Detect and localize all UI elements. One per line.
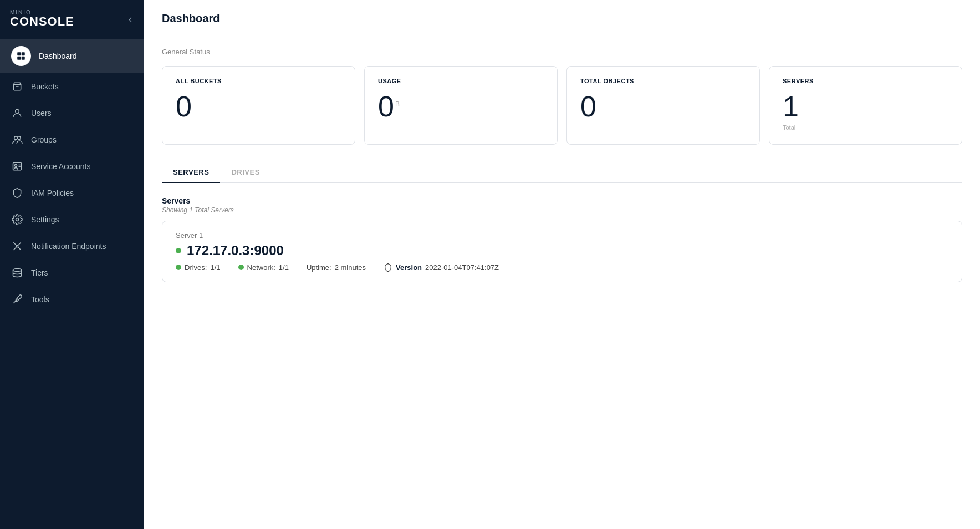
sidebar-item-tools[interactable]: Tools — [0, 286, 144, 313]
logo: MINIO CONSOLE — [10, 10, 74, 28]
drives-status-dot — [176, 264, 181, 270]
server-version: Version 2022-01-04T07:41:07Z — [384, 263, 499, 272]
server-uptime: Uptime: 2 minutes — [307, 263, 366, 272]
stat-unit-usage: B — [395, 100, 400, 108]
svg-rect-1 — [22, 52, 25, 55]
svg-point-14 — [13, 269, 22, 272]
buckets-icon — [11, 80, 23, 93]
sidebar-item-notification-endpoints[interactable]: Notification Endpoints — [0, 233, 144, 260]
stat-label-servers: SERVERS — [783, 78, 948, 84]
server-network-label: Network: — [247, 263, 275, 272]
server-version-value: 2022-01-04T07:41:07Z — [425, 263, 499, 272]
settings-icon — [11, 213, 23, 226]
tiers-icon — [11, 267, 23, 279]
sidebar-item-label: Users — [31, 109, 52, 118]
svg-rect-0 — [17, 52, 21, 55]
server-address-value: 172.17.0.3:9000 — [187, 243, 284, 258]
stat-label-all-buckets: ALL BUCKETS — [176, 78, 341, 84]
dashboard-icon — [11, 46, 31, 66]
svg-point-9 — [14, 164, 17, 166]
sidebar-item-label: Dashboard — [39, 52, 77, 60]
sidebar-item-label: Service Accounts — [31, 162, 90, 171]
nav-items: Dashboard Buckets Users — [0, 34, 144, 529]
sidebar-item-buckets[interactable]: Buckets — [0, 73, 144, 100]
servers-header: Servers Showing 1 Total Servers — [162, 196, 962, 214]
server-card: Server 1 172.17.0.3:9000 Drives: 1/1 Net… — [162, 221, 962, 282]
servers-subtitle: Showing 1 Total Servers — [162, 206, 962, 214]
stats-grid: ALL BUCKETS 0 USAGE 0B TOTAL OBJECTS 0 — [162, 66, 962, 145]
version-icon — [384, 263, 392, 272]
server-name: Server 1 — [176, 231, 948, 240]
logo-console: CONSOLE — [10, 16, 74, 28]
chevron-left-icon: ‹ — [129, 13, 132, 24]
server-network-value: 1/1 — [279, 263, 289, 272]
stat-value-usage: 0B — [378, 92, 544, 121]
sidebar-item-tiers[interactable]: Tiers — [0, 260, 144, 286]
sidebar-item-groups[interactable]: Groups — [0, 126, 144, 153]
tools-icon — [11, 293, 23, 306]
sidebar-item-settings[interactable]: Settings — [0, 206, 144, 233]
sidebar-toggle-button[interactable]: ‹ — [126, 11, 134, 27]
stat-card-servers: SERVERS 1 Total — [769, 66, 962, 145]
users-icon — [11, 107, 23, 119]
svg-point-12 — [16, 218, 19, 221]
stat-card-usage: USAGE 0B — [364, 66, 558, 145]
general-status-label: General Status — [162, 48, 962, 56]
sidebar-item-users[interactable]: Users — [0, 100, 144, 126]
sidebar-item-service-accounts[interactable]: Service Accounts — [0, 153, 144, 180]
page-header: Dashboard — [144, 0, 980, 34]
general-status-section: General Status ALL BUCKETS 0 USAGE 0B TO… — [162, 48, 962, 145]
server-network: Network: 1/1 — [238, 263, 289, 272]
servers-drives-tabs: SERVERS DRIVES — [162, 162, 962, 183]
svg-point-6 — [14, 136, 18, 140]
sidebar: MINIO CONSOLE ‹ Dashboard — [0, 0, 144, 529]
sidebar-item-label: Tiers — [31, 268, 48, 277]
svg-point-5 — [16, 109, 19, 113]
main-content: Dashboard General Status ALL BUCKETS 0 U… — [144, 0, 980, 529]
server-status-dot — [176, 248, 181, 253]
stat-label-usage: USAGE — [378, 78, 544, 84]
server-uptime-label: Uptime: — [307, 263, 331, 272]
svg-point-7 — [17, 136, 21, 140]
groups-icon — [11, 134, 23, 146]
server-meta: Drives: 1/1 Network: 1/1 Uptime: 2 minut… — [176, 263, 948, 272]
sidebar-item-label: Notification Endpoints — [31, 242, 106, 251]
stat-value-all-buckets: 0 — [176, 92, 341, 121]
sidebar-item-dashboard[interactable]: Dashboard — [0, 39, 144, 73]
notification-endpoints-icon — [11, 240, 23, 252]
stat-card-all-buckets: ALL BUCKETS 0 — [162, 66, 355, 145]
server-drives-label: Drives: — [185, 263, 207, 272]
stat-value-total-objects: 0 — [580, 92, 746, 121]
server-version-label: Version — [396, 263, 422, 272]
sidebar-header: MINIO CONSOLE ‹ — [0, 0, 144, 34]
svg-rect-3 — [22, 57, 25, 60]
sidebar-item-label: Tools — [31, 295, 49, 304]
server-drives-value: 1/1 — [210, 263, 220, 272]
server-address: 172.17.0.3:9000 — [176, 243, 948, 258]
sidebar-item-label: Groups — [31, 135, 57, 144]
stat-sub-servers: Total — [783, 124, 948, 131]
tab-drives[interactable]: DRIVES — [220, 162, 270, 183]
stat-value-servers: 1 — [783, 92, 948, 121]
server-uptime-value: 2 minutes — [335, 263, 366, 272]
sidebar-item-iam-policies[interactable]: IAM Policies — [0, 180, 144, 206]
page-title: Dashboard — [162, 12, 962, 25]
tab-servers[interactable]: SERVERS — [162, 162, 220, 183]
service-accounts-icon — [11, 160, 23, 172]
stat-label-total-objects: TOTAL OBJECTS — [580, 78, 746, 84]
stat-card-total-objects: TOTAL OBJECTS 0 — [566, 66, 760, 145]
svg-point-13 — [16, 245, 18, 247]
server-drives: Drives: 1/1 — [176, 263, 221, 272]
servers-section: Servers Showing 1 Total Servers Server 1… — [162, 196, 962, 282]
sidebar-item-label: IAM Policies — [31, 189, 74, 197]
network-status-dot — [238, 264, 244, 270]
svg-rect-2 — [17, 57, 21, 60]
iam-policies-icon — [11, 187, 23, 199]
content-area: General Status ALL BUCKETS 0 USAGE 0B TO… — [144, 34, 980, 296]
sidebar-item-label: Buckets — [31, 82, 59, 91]
servers-title: Servers — [162, 196, 962, 205]
sidebar-item-label: Settings — [31, 215, 59, 224]
